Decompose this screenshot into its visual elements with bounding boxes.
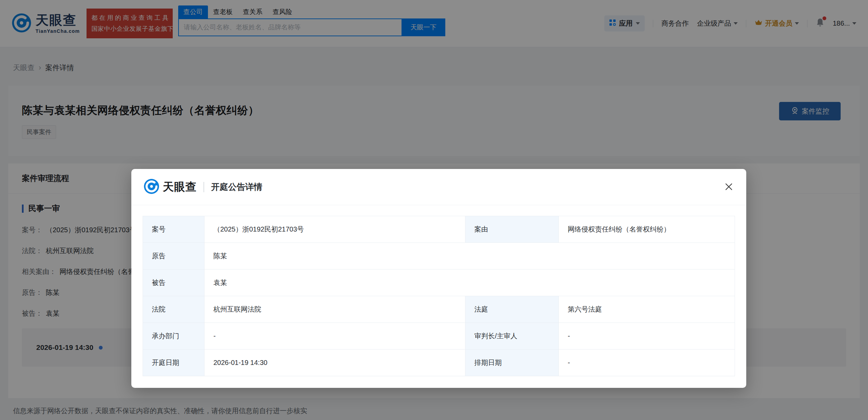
table-row-court: 法院 杭州互联网法院 法庭 第六号法庭 <box>143 296 735 323</box>
modal-header: 天眼查 开庭公告详情 <box>131 169 746 205</box>
tianyancha-swirl-icon <box>144 179 159 196</box>
table-label-plaintiff: 原告 <box>143 243 205 270</box>
modal-header-divider <box>203 182 204 192</box>
modal-close-button[interactable] <box>722 181 735 194</box>
table-row-hearing-date: 开庭日期 2026-01-19 14:30 排期日期 - <box>143 350 735 376</box>
table-label-department: 承办部门 <box>143 323 205 350</box>
table-value-courtroom: 第六号法庭 <box>559 296 735 323</box>
table-label-courtroom: 法庭 <box>465 296 559 323</box>
table-value-defendant: 袁某 <box>205 270 735 296</box>
table-row-case-number: 案号 （2025）浙0192民初21703号 案由 网络侵权责任纠纷（名誉权纠纷… <box>143 216 735 243</box>
hearing-detail-modal: 天眼查 开庭公告详情 案号 （2025）浙0192民初21703号 案由 网络侵… <box>131 169 746 388</box>
modal-title: 开庭公告详情 <box>211 181 262 193</box>
modal-brand-logo: 天眼查 <box>144 179 197 196</box>
close-icon <box>723 181 734 193</box>
table-row-department: 承办部门 - 审判长/主审人 - <box>143 323 735 350</box>
table-label-case-number: 案号 <box>143 216 205 243</box>
table-label-judge: 审判长/主审人 <box>465 323 559 350</box>
table-row-defendant: 被告 袁某 <box>143 270 735 296</box>
table-value-cause: 网络侵权责任纠纷（名誉权纠纷） <box>559 216 735 243</box>
table-label-schedule-date: 排期日期 <box>465 350 559 376</box>
table-value-plaintiff: 陈某 <box>205 243 735 270</box>
table-row-plaintiff: 原告 陈某 <box>143 243 735 270</box>
table-label-court: 法院 <box>143 296 205 323</box>
table-value-department: - <box>205 323 465 350</box>
table-label-defendant: 被告 <box>143 270 205 296</box>
hearing-detail-table: 案号 （2025）浙0192民初21703号 案由 网络侵权责任纠纷（名誉权纠纷… <box>143 216 735 376</box>
modal-brand-name: 天眼查 <box>163 180 197 195</box>
table-value-judge: - <box>559 323 735 350</box>
table-value-case-number: （2025）浙0192民初21703号 <box>205 216 465 243</box>
table-label-hearing-date: 开庭日期 <box>143 350 205 376</box>
table-value-schedule-date: - <box>559 350 735 376</box>
table-value-hearing-date: 2026-01-19 14:30 <box>205 350 465 376</box>
modal-body: 案号 （2025）浙0192民初21703号 案由 网络侵权责任纠纷（名誉权纠纷… <box>131 205 746 376</box>
table-label-cause: 案由 <box>465 216 559 243</box>
table-value-court: 杭州互联网法院 <box>205 296 465 323</box>
